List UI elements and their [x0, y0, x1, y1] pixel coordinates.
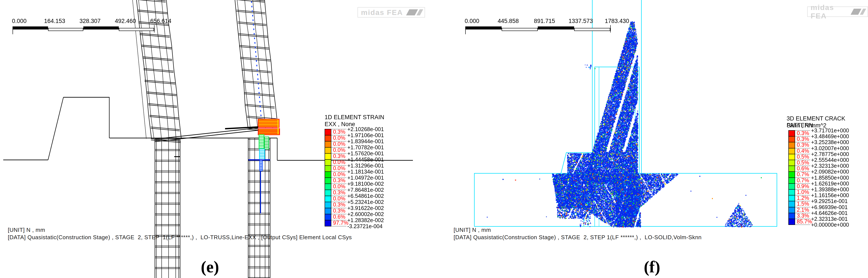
subfigure-caption-f: (f) [644, 257, 660, 276]
legend-tick-value: +3.91622e-002 [347, 205, 384, 211]
legend-band-percentage: 1.5% [797, 201, 809, 207]
legend-band-percentage: 97.7% [333, 220, 348, 226]
legend-band-percentage: 1.2% [797, 195, 809, 201]
legend-subtitle: Sknn , N/mm^2 [787, 122, 827, 129]
legend-tick-value: +2.09082e+000 [811, 169, 849, 175]
legend-color-band [788, 207, 795, 213]
legend-color-band [788, 183, 795, 190]
left-data-text: [DATA] Quasistatic(Construction Stage) ,… [8, 234, 352, 241]
legend-band-percentage: 0.5% [797, 160, 809, 166]
right-scale-label: 445.858 [498, 18, 519, 25]
legend-color-band [788, 160, 795, 166]
legend-color-band [788, 213, 795, 219]
crack-pattern-outline-drawing [0, 0, 868, 278]
legend-tick-value: +1.16156e+000 [811, 192, 849, 198]
legend-band-percentage: 0.3% [797, 136, 809, 142]
legend-band-percentage: 0.3% [333, 177, 345, 184]
legend-color-band [788, 148, 795, 154]
right-data-text: [DATA] Quasistatic(Construction Stage) ,… [454, 234, 702, 241]
strain-model-drawing [0, 0, 868, 278]
legend-tick-value: +1.39388e+000 [811, 186, 849, 193]
legend-tick-value: +2.32313e-001 [811, 216, 848, 222]
legend-tick-value: +2.60002e-002 [347, 211, 384, 217]
legend-band-percentage: 0.9% [797, 183, 809, 189]
legend-band-percentage: 0.7% [797, 171, 809, 177]
footer-text-layer: [UNIT] N , mm [DATA] Quasistatic(Constru… [0, 0, 868, 278]
legend-band-percentage: 0.7% [797, 177, 809, 183]
legend-band-percentage: 0.0% [333, 141, 345, 147]
left-scale-label: 164.153 [44, 18, 65, 25]
midas-fea-logo-left: midas FEA [358, 7, 425, 18]
legend-subtitle: EXX , None [324, 121, 355, 128]
legend-band-percentage: 0.3% [797, 142, 809, 148]
legend-band-percentage: 0.3% [333, 207, 345, 214]
right-scale-segment [538, 26, 574, 29]
legend-color-band [324, 159, 331, 166]
legend-color-band [788, 219, 795, 225]
left-unit-text: [UNIT] N , mm [8, 227, 45, 233]
right-scale-segment [502, 28, 538, 31]
right-scale-label: 891.715 [534, 18, 555, 25]
legend-band-percentage: 0.3% [333, 129, 345, 135]
legend-tick-value: +1.18134e-001 [347, 169, 384, 175]
legend-color-band [788, 166, 795, 172]
legend-band-percentage: 0.6% [797, 165, 809, 172]
legend-band-percentage: 2.1% [797, 206, 809, 213]
legend-band-percentage: 0.3% [797, 130, 809, 136]
legend-tick-value: +3.02007e+000 [811, 145, 849, 151]
legend-color-band [324, 153, 331, 160]
legend-band-percentage: 0.0% [333, 165, 345, 171]
logo-mark-icon [406, 9, 418, 16]
legend-tick-value: +1.85850e+000 [811, 174, 849, 181]
left-scale-label: 328.307 [80, 18, 101, 25]
left-scale-segment [119, 28, 154, 31]
fea-results-screenshot: [UNIT] N , mm [DATA] Quasistatic(Constru… [0, 0, 868, 278]
legend-band-percentage: 0.3% [333, 153, 345, 159]
legend-tick-value: +3.48469e+000 [811, 133, 849, 140]
legend-tick-value: +6.96939e-001 [811, 204, 848, 210]
legend-tick-value: +1.04972e-001 [347, 175, 384, 181]
legend-band-percentage: 3.3% [797, 212, 809, 219]
midas-fea-logo-text: midas FEA [361, 8, 403, 17]
legend-tick-value: +9.29251e-001 [811, 198, 848, 204]
legend-color-band [324, 171, 331, 178]
legend-tick-value: +2.10268e-001 [347, 126, 384, 132]
legend-band-percentage: 0.0% [333, 135, 345, 141]
left-scale-segment [48, 28, 84, 31]
legend-color-band [324, 202, 331, 208]
legend-tick-value: +9.18100e-002 [347, 181, 384, 187]
legend-band-percentage: 0.0% [333, 147, 345, 153]
legend-tick-value: +6.54861e-002 [347, 193, 384, 199]
legend-color-band [788, 201, 795, 207]
legend-color-band [788, 154, 795, 160]
legend-color-band [324, 184, 331, 190]
legend-tick-value: +1.70782e-001 [347, 144, 384, 150]
legend-band-percentage: 85.7% [797, 218, 812, 225]
midas-fea-logo-right: midas FEA [807, 6, 868, 17]
legend-color-band [788, 171, 795, 178]
legend-tick-value: +2.78775e+000 [811, 151, 849, 157]
legend-band-percentage: 1.0% [797, 189, 809, 195]
legend-color-band [788, 195, 795, 201]
legend-color-band [788, 142, 795, 148]
legend-tick-value: +1.62619e+000 [811, 180, 849, 187]
legend-color-band [324, 214, 331, 220]
legend-tick-value: +1.57620e-001 [347, 150, 384, 157]
legend-band-percentage: 0.3% [333, 201, 345, 208]
legend-color-band [324, 141, 331, 147]
legend-tick-value: +1.44458e-001 [347, 157, 384, 163]
right-scale-label: 0.000 [465, 18, 479, 25]
subfigure-caption-e: (e) [201, 257, 219, 276]
legend-tick-value: +5.23241e-002 [347, 199, 384, 205]
legend-title: 1D ELEMENT STRAIN [324, 114, 384, 121]
legend-band-percentage: 0.5% [797, 154, 809, 160]
legend-color-band [324, 208, 331, 214]
legend-band-percentage: 0.0% [333, 183, 345, 190]
midas-fea-logo-text: midas FEA [811, 3, 847, 20]
left-scale-label: 492.460 [115, 18, 136, 25]
legend-band-percentage: 0.0% [333, 171, 345, 177]
legend-tick-value: +2.32313e+000 [811, 163, 849, 169]
legend-tick-value: +1.31296e-001 [347, 163, 384, 169]
legend-color-band [324, 196, 331, 202]
legend-tick-value: +4.64626e-001 [811, 210, 848, 216]
